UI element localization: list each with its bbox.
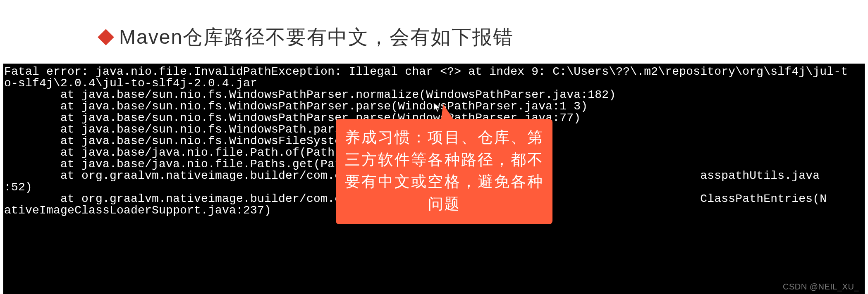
diamond-bullet-icon <box>98 29 114 45</box>
terminal-line: at java.base/sun.nio.fs.WindowsPathParse… <box>4 101 864 112</box>
terminal-line: at java.base/sun.nio.fs.WindowsPathParse… <box>4 89 864 101</box>
heading-text: Maven仓库路径不要有中文，会有如下报错 <box>119 24 514 50</box>
heading-row: Maven仓库路径不要有中文，会有如下报错 <box>100 24 514 50</box>
terminal-line: Fatal error: java.nio.file.InvalidPathEx… <box>4 66 864 78</box>
watermark-text: CSDN @NEIL_XU_ <box>783 282 859 292</box>
terminal-line: o-slf4j\2.0.4\jul-to-slf4j-2.0.4.jar <box>4 78 864 89</box>
callout-bubble: 养成习惯：项目、仓库、第三方软件等各种路径，都不要有中文或空格，避免各种问题 <box>336 119 552 224</box>
